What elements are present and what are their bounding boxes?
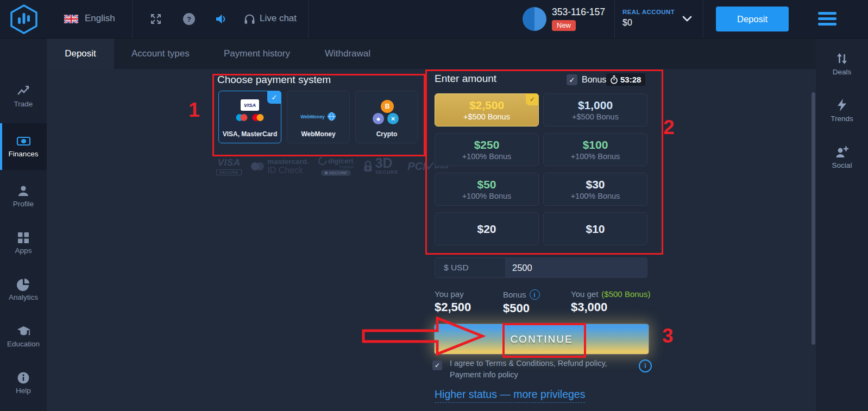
amount-option-30[interactable]: $30 +100% Bonus <box>543 173 647 206</box>
right-sidebar: Deals Trends Social <box>816 39 868 411</box>
tab-payment-history[interactable]: Payment history <box>224 48 290 59</box>
sidebar-label: Social <box>816 161 868 169</box>
you-get-bonus-note: ($500 Bonus) <box>601 289 650 299</box>
social-icon <box>835 145 849 159</box>
lock-icon <box>363 160 373 173</box>
sidebar-item-apps[interactable]: Apps <box>0 230 47 272</box>
amount-option-250[interactable]: $250 +100% Bonus <box>435 133 539 166</box>
mastercard-idcheck-badge: mastercard. ID Check <box>251 157 309 175</box>
sidebar-item-education[interactable]: Education <box>0 323 47 365</box>
payment-method-label: WebMoney <box>287 130 349 138</box>
amount-option-20[interactable]: $20 <box>435 212 539 245</box>
language-flag-icon[interactable] <box>64 15 78 26</box>
apps-icon <box>16 231 30 245</box>
tab-withdrawal[interactable]: Withdrawal <box>325 48 370 59</box>
stopwatch-icon <box>611 75 618 84</box>
sidebar-item-finances[interactable]: Finances <box>0 123 47 170</box>
agree-terms-text[interactable]: I agree to Terms & Conditions, Refund po… <box>450 358 631 380</box>
amount-input[interactable] <box>506 258 647 277</box>
payment-method-label: Crypto <box>356 130 418 138</box>
amount-bonus: +$500 Bonus <box>463 112 510 121</box>
avatar[interactable] <box>523 7 546 31</box>
amount-option-1000[interactable]: $1,000 +$500 Bonus <box>543 93 647 127</box>
help-question-icon[interactable]: ? <box>183 13 195 25</box>
agree-checkbox[interactable]: ✓ <box>432 361 442 370</box>
amount-bonus: +100% Bonus <box>462 152 512 161</box>
platform-logo-icon[interactable] <box>9 4 39 35</box>
amount-option-2500[interactable]: ✓ $2,500 +$500 Bonus <box>435 93 539 127</box>
continue-button[interactable]: CONTINUE <box>435 324 649 354</box>
selected-check-icon: ✓ <box>526 93 539 105</box>
account-id: 353-116-157 <box>552 7 605 18</box>
trends-icon <box>835 98 848 112</box>
visa-card-logo: VISA <box>241 99 259 111</box>
analytics-icon <box>16 277 30 292</box>
sidebar-item-deals[interactable]: Deals <box>816 52 868 76</box>
payment-method-crypto[interactable]: B ◆ × Crypto <box>355 91 418 143</box>
content-scrollbar[interactable] <box>812 92 815 345</box>
selected-check-icon: ✓ <box>267 91 281 104</box>
bitcoin-icon: B <box>381 100 394 113</box>
menu-burger-icon[interactable] <box>818 12 836 28</box>
amount-option-10[interactable]: $10 <box>543 212 647 245</box>
trade-icon <box>16 84 30 98</box>
payment-method-label: VISA, MasterCard <box>219 130 281 138</box>
education-icon <box>16 324 31 338</box>
amount-value: $2,500 <box>469 99 504 112</box>
amount-value: $1,000 <box>578 99 613 112</box>
you-pay-summary: You pay $2,500 <box>435 289 471 314</box>
sidebar-item-profile[interactable]: Profile <box>0 183 47 225</box>
content-area <box>47 69 816 411</box>
left-sidebar: Trade Finances Profile Apps <box>0 39 47 411</box>
terms-info-icon[interactable]: i <box>639 359 652 372</box>
sidebar-item-trade[interactable]: Trade <box>0 83 47 125</box>
card-circles-logo <box>236 114 264 121</box>
bonus-value: $500 <box>503 301 540 315</box>
bonus-info-icon[interactable]: i <box>530 289 540 300</box>
currency-selector[interactable]: $ USD <box>435 258 506 277</box>
deposit-page: English ? Live chat 353-116-157 New REAL… <box>0 0 868 411</box>
trust-badges: VISA SECURE mastercard. ID Check digicer… <box>216 155 423 177</box>
fullscreen-icon[interactable] <box>150 13 162 25</box>
live-chat-button[interactable]: Live chat <box>260 13 297 24</box>
amount-option-100[interactable]: $100 +100% Bonus <box>543 133 647 166</box>
tab-deposit[interactable]: Deposit <box>47 39 114 69</box>
divider <box>614 0 615 38</box>
sidebar-item-help[interactable]: Help <box>0 370 47 411</box>
divider <box>308 0 309 38</box>
sound-icon[interactable] <box>215 12 228 26</box>
question-glyph: ? <box>187 15 191 23</box>
amount-value: $50 <box>477 178 496 191</box>
deposit-button[interactable]: Deposit <box>716 7 789 31</box>
payment-method-webmoney[interactable]: WebMoney WebMoney <box>287 91 350 143</box>
3d-secure-badge: 3D SECURE <box>363 157 399 175</box>
sidebar-label: Finances <box>0 150 47 158</box>
bonus-label: Bonus <box>582 75 606 85</box>
sidebar-item-social[interactable]: Social <box>816 145 868 169</box>
sidebar-item-trends[interactable]: Trends <box>816 98 868 123</box>
sidebar-item-settings[interactable] <box>0 409 47 411</box>
checkmark-icon: ✓ <box>569 76 575 84</box>
digicert-badge: digicert Trusted SECURE <box>318 157 354 176</box>
amount-value: $250 <box>474 138 500 151</box>
language-selector[interactable]: English <box>85 13 115 24</box>
payment-section-title: Choose payment system <box>217 74 331 86</box>
bonus-checkbox[interactable]: ✓ <box>567 74 577 85</box>
sidebar-label: Education <box>0 340 47 348</box>
sidebar-label: Profile <box>0 200 47 208</box>
profile-icon <box>16 184 30 198</box>
amount-bonus: +100% Bonus <box>462 192 512 200</box>
tab-account-types[interactable]: Account types <box>131 48 190 59</box>
amount-bonus: +100% Bonus <box>571 192 620 200</box>
info-icon <box>16 371 30 385</box>
amount-option-50[interactable]: $50 +100% Bonus <box>435 173 539 206</box>
payment-method-visa-mastercard[interactable]: ✓ VISA VISA, MasterCard <box>218 91 281 143</box>
account-balance: $0 <box>622 18 632 28</box>
sidebar-item-analytics[interactable]: Analytics <box>0 276 47 319</box>
amount-input-row: $ USD <box>435 257 647 278</box>
higher-status-link[interactable]: Higher status — more privileges <box>435 388 585 403</box>
headset-icon <box>243 13 256 25</box>
ethereum-icon: ◆ <box>373 113 384 124</box>
divider <box>132 0 133 38</box>
account-dropdown-chevron-icon[interactable] <box>682 16 692 22</box>
